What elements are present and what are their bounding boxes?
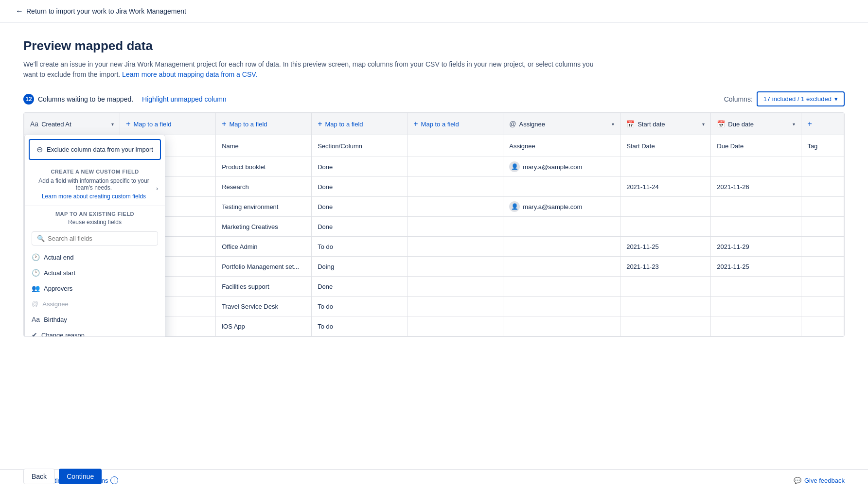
sub-section: Section/Column	[312, 135, 407, 157]
col-header-map2: + Map to a field	[216, 113, 312, 135]
bottom-bar: › Date and time format options i 💬 Give …	[0, 469, 868, 491]
cell-tag-0	[801, 157, 844, 177]
plus-icon-2: +	[222, 120, 226, 128]
exclude-item[interactable]: ⊖ Exclude column data from your import	[29, 139, 161, 160]
columns-dropdown: Columns: 17 included / 1 excluded ▾	[724, 91, 845, 106]
map-to-field-3-label: Map to a field	[325, 121, 363, 128]
cell-name-7: Travel Service Desk	[216, 297, 312, 316]
field-actual-start[interactable]: 🕐 Actual start	[25, 265, 165, 281]
give-feedback-link[interactable]: 💬 Give feedback	[794, 477, 845, 484]
sub-tag: Tag	[801, 135, 844, 157]
created-at-header-btn[interactable]: Aa Created At ▾	[24, 113, 120, 135]
cell-due-3	[711, 217, 801, 237]
cell-start-3	[620, 217, 711, 237]
clock-icon-2: 🕐	[32, 269, 40, 277]
cell-due-4: 2021-11-29	[711, 237, 801, 257]
cell-start-1: 2021-11-24	[620, 177, 711, 197]
field-approvers-label: Approvers	[44, 285, 72, 292]
field-assignee-disabled: @ Assignee	[25, 296, 165, 312]
cell-due-8	[711, 316, 801, 336]
field-actual-end[interactable]: 🕐 Actual end	[25, 249, 165, 265]
due-date-header-btn[interactable]: 📅 Due date ▾	[711, 113, 801, 135]
clock-icon: 🕐	[32, 253, 40, 261]
cell-due-2	[711, 197, 801, 217]
cell-due-7	[711, 297, 801, 316]
cell-start-6	[620, 277, 711, 297]
map-to-field-3-btn[interactable]: + Map to a field	[312, 113, 407, 135]
create-custom-field-option[interactable]: Add a field with information specific to…	[32, 175, 158, 202]
assignee-header-btn[interactable]: @ Assignee ▾	[503, 113, 620, 135]
add-column-btn[interactable]: +	[801, 113, 844, 135]
cell-start-7	[620, 297, 711, 316]
col-header-start-date: 📅 Start date ▾	[620, 113, 711, 135]
highlight-unmapped-button[interactable]: Highlight unmapped column	[137, 92, 231, 106]
created-at-label: Created At	[41, 121, 71, 128]
cell-tag-3	[801, 217, 844, 237]
cell-assignee-7	[503, 297, 620, 316]
chevron-down-icon-3: ▾	[702, 122, 705, 127]
continue-button[interactable]: Continue	[59, 469, 102, 484]
create-section-title: CREATE A NEW CUSTOM FIELD	[32, 169, 158, 175]
assignee-label: Assignee	[519, 121, 545, 128]
create-section-link[interactable]: Learn more about creating custom fields	[32, 193, 156, 200]
field-birthday[interactable]: Aa Birthday	[25, 312, 165, 327]
page-description: We'll create an issue in your new Jira W…	[23, 59, 607, 80]
field-approvers[interactable]: 👥 Approvers	[25, 281, 165, 296]
field-change-reason[interactable]: ✔ Change reason	[25, 327, 165, 337]
field-actual-start-label: Actual start	[44, 269, 75, 277]
calendar-icon-1: 📅	[626, 120, 635, 128]
cell-section-2: Done	[312, 197, 407, 217]
cell-section-5: Doing	[312, 257, 407, 277]
search-icon: 🔍	[37, 235, 45, 242]
start-date-header-btn[interactable]: 📅 Start date ▾	[620, 113, 710, 135]
info-icon[interactable]: i	[110, 476, 118, 484]
learn-more-link[interactable]: Learn more about mapping data from a CSV…	[122, 70, 257, 78]
cell-due-5: 2021-11-25	[711, 257, 801, 277]
sub-due-date: Due Date	[711, 135, 801, 157]
cell-name-4: Office Admin	[216, 237, 312, 257]
feedback-label: Give feedback	[804, 477, 845, 484]
bottom-actions: Back Continue	[23, 469, 102, 484]
search-fields-input[interactable]	[48, 235, 153, 242]
chevron-down-icon-2: ▾	[612, 122, 614, 127]
map-to-field-1-btn[interactable]: + Map to a field	[120, 113, 215, 135]
col-header-assignee: @ Assignee ▾	[503, 113, 620, 135]
col-header-plus: +	[801, 113, 844, 135]
data-table: Aa Created At ▾ ⊖ Exclude column data fr…	[24, 113, 844, 336]
header-row: Aa Created At ▾ ⊖ Exclude column data fr…	[24, 113, 844, 135]
map-section-sub: Reuse existing fields	[25, 219, 165, 228]
cell-section-4: To do	[312, 237, 407, 257]
cell-map4-6	[407, 277, 503, 297]
field-assignee-label: Assignee	[42, 300, 68, 308]
create-section-sub: Add a field with information specific to…	[32, 177, 156, 191]
chevron-down-icon-4: ▾	[793, 122, 795, 127]
cell-map4-4	[407, 237, 503, 257]
back-button[interactable]: Back	[23, 469, 55, 484]
cell-assignee-2: 👤mary.a@sample.com	[503, 197, 620, 217]
cell-section-8: To do	[312, 316, 407, 336]
map-to-field-4-btn[interactable]: + Map to a field	[407, 113, 503, 135]
plus-icon-add-col: +	[807, 120, 812, 128]
cell-map4-2	[407, 197, 503, 217]
chevron-down-icon: ▾	[834, 95, 838, 103]
feedback-icon: 💬	[794, 477, 801, 484]
field-dropdown-popup: ⊖ Exclude column data from your import C…	[24, 135, 165, 337]
sub-section-text: Section/Column	[318, 142, 362, 150]
cell-name-6: Facilities support	[216, 277, 312, 297]
cell-section-7: To do	[312, 297, 407, 316]
check-icon: ✔	[32, 331, 37, 337]
sub-name: Name	[216, 135, 312, 157]
map-to-field-2-btn[interactable]: + Map to a field	[216, 113, 311, 135]
start-date-label: Start date	[638, 121, 665, 128]
columns-filter-button[interactable]: 17 included / 1 excluded ▾	[757, 91, 845, 106]
avatar-0: 👤	[509, 161, 520, 172]
back-link[interactable]: ← Return to import your work to Jira Wor…	[16, 7, 186, 16]
col-header-map3: + Map to a field	[312, 113, 407, 135]
arrow-left-icon: ←	[16, 7, 23, 16]
cell-start-4: 2021-11-25	[620, 237, 711, 257]
at-icon-header: @	[509, 120, 516, 128]
avatar-2: 👤	[509, 201, 520, 212]
map-section-title: MAP TO AN EXISTING FIELD	[25, 208, 165, 219]
cell-section-0: Done	[312, 157, 407, 177]
field-actual-end-label: Actual end	[44, 254, 73, 261]
